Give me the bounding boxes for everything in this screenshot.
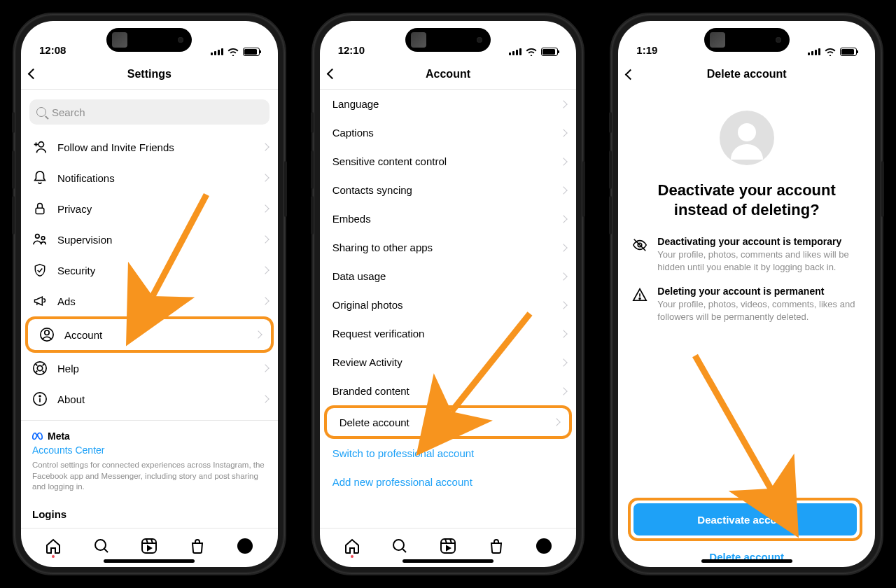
chevron-right-icon <box>261 235 269 243</box>
logins-header: Logins <box>21 500 278 522</box>
follow-icon <box>31 138 49 156</box>
meta-section: Meta Accounts Center Control settings fo… <box>21 420 278 500</box>
cell-security[interactable]: Security <box>21 255 278 286</box>
cell-help[interactable]: Help <box>21 353 278 384</box>
chevron-right-icon <box>560 272 568 280</box>
phone-frame-1: 12:08 Settings Search Follow a <box>14 14 285 574</box>
tab-bar <box>320 528 577 563</box>
back-button[interactable] <box>29 64 50 85</box>
cell-contacts[interactable]: Contacts syncing <box>320 176 577 204</box>
megaphone-icon <box>31 292 49 310</box>
annotation-arrow-3 <box>695 356 800 512</box>
nav-header: Delete account <box>618 59 875 90</box>
accounts-center-link[interactable]: Accounts Center <box>32 444 267 456</box>
back-button[interactable] <box>328 64 349 85</box>
chevron-right-icon <box>261 143 269 150</box>
info-delete: Deleting your account is permanent Your … <box>632 286 861 323</box>
home-indicator <box>402 559 493 563</box>
svg-point-26 <box>536 538 552 554</box>
cell-privacy[interactable]: Privacy <box>21 193 278 224</box>
cell-ads[interactable]: Ads <box>21 286 278 316</box>
cell-account[interactable]: Account <box>28 319 271 350</box>
warning-icon <box>632 286 648 323</box>
tab-shop[interactable] <box>188 537 206 555</box>
cell-captions[interactable]: Captions <box>320 118 577 147</box>
highlight-delete: Delete account <box>324 405 573 439</box>
wifi-icon <box>227 48 239 56</box>
cell-follow-invite[interactable]: Follow and Invite Friends <box>21 132 278 162</box>
svg-line-27 <box>695 356 771 489</box>
highlight-account: Account <box>25 316 274 353</box>
nav-title: Account <box>426 68 470 80</box>
svg-point-11 <box>39 396 41 397</box>
chevron-right-icon <box>560 301 568 309</box>
svg-point-18 <box>237 538 253 554</box>
deactivate-button[interactable]: Deactivate account <box>634 503 857 536</box>
cell-review[interactable]: Review Activity <box>320 348 577 377</box>
nav-title: Delete account <box>707 68 787 80</box>
chevron-right-icon <box>261 364 269 372</box>
dynamic-island <box>405 28 491 52</box>
back-button[interactable] <box>626 64 648 85</box>
chevron-right-icon <box>254 330 262 338</box>
battery-icon <box>541 48 558 56</box>
chevron-right-icon <box>261 174 269 181</box>
wifi-icon <box>526 48 537 56</box>
cell-notifications[interactable]: Notifications <box>21 162 278 193</box>
status-time: 1:19 <box>636 44 657 56</box>
search-input[interactable]: Search <box>29 99 270 125</box>
cell-supervision[interactable]: Supervision <box>21 224 278 255</box>
tab-profile[interactable] <box>535 537 553 555</box>
svg-line-13 <box>104 549 108 552</box>
phone-frame-3: 1:19 Delete account Deactivate your acco… <box>611 14 882 574</box>
cell-original[interactable]: Original photos <box>320 290 577 319</box>
chevron-right-icon <box>261 297 269 304</box>
cell-sharing[interactable]: Sharing to other apps <box>320 233 577 262</box>
cell-verification[interactable]: Request verification <box>320 319 577 348</box>
battery-icon <box>243 48 260 56</box>
search-icon <box>36 107 46 117</box>
avatar-placeholder <box>720 111 774 165</box>
wifi-icon <box>825 48 836 56</box>
delete-button[interactable]: Delete account <box>709 541 784 567</box>
home-indicator <box>104 559 195 563</box>
link-add-professional[interactable]: Add new professional account <box>320 468 577 496</box>
chevron-right-icon <box>560 244 568 251</box>
cell-data[interactable]: Data usage <box>320 262 577 290</box>
svg-line-21 <box>402 549 406 552</box>
svg-rect-14 <box>142 539 156 553</box>
cellular-icon <box>509 48 522 55</box>
lock-icon <box>31 200 49 218</box>
shield-icon <box>31 261 49 279</box>
svg-point-7 <box>34 362 46 374</box>
svg-point-8 <box>37 365 42 370</box>
meta-description: Control settings for connected experienc… <box>32 460 267 493</box>
chevron-right-icon <box>560 358 568 366</box>
cell-delete-account[interactable]: Delete account <box>327 408 570 436</box>
tab-profile[interactable] <box>236 537 254 555</box>
tab-reels[interactable] <box>140 537 158 555</box>
chevron-right-icon <box>560 100 568 108</box>
tab-home[interactable] <box>44 537 62 555</box>
status-time: 12:10 <box>338 44 365 56</box>
cell-branded[interactable]: Branded content <box>320 377 577 405</box>
cell-about[interactable]: About <box>21 384 278 414</box>
svg-point-31 <box>639 298 640 300</box>
chevron-right-icon <box>261 395 269 402</box>
link-switch-professional[interactable]: Switch to professional account <box>320 439 577 468</box>
nav-header: Settings <box>21 59 278 90</box>
bell-icon <box>31 169 49 187</box>
status-time: 12:08 <box>39 44 66 56</box>
tab-shop[interactable] <box>487 537 505 555</box>
chevron-right-icon <box>553 418 561 426</box>
svg-rect-2 <box>36 208 44 214</box>
tab-home[interactable] <box>343 537 361 555</box>
chevron-right-icon <box>560 330 568 337</box>
chevron-right-icon <box>560 129 568 136</box>
cell-language[interactable]: Language <box>320 90 577 118</box>
tab-search[interactable] <box>391 537 409 555</box>
cell-sensitive[interactable]: Sensitive content control <box>320 147 577 176</box>
tab-search[interactable] <box>92 537 111 555</box>
tab-reels[interactable] <box>439 537 457 555</box>
cell-embeds[interactable]: Embeds <box>320 204 577 233</box>
